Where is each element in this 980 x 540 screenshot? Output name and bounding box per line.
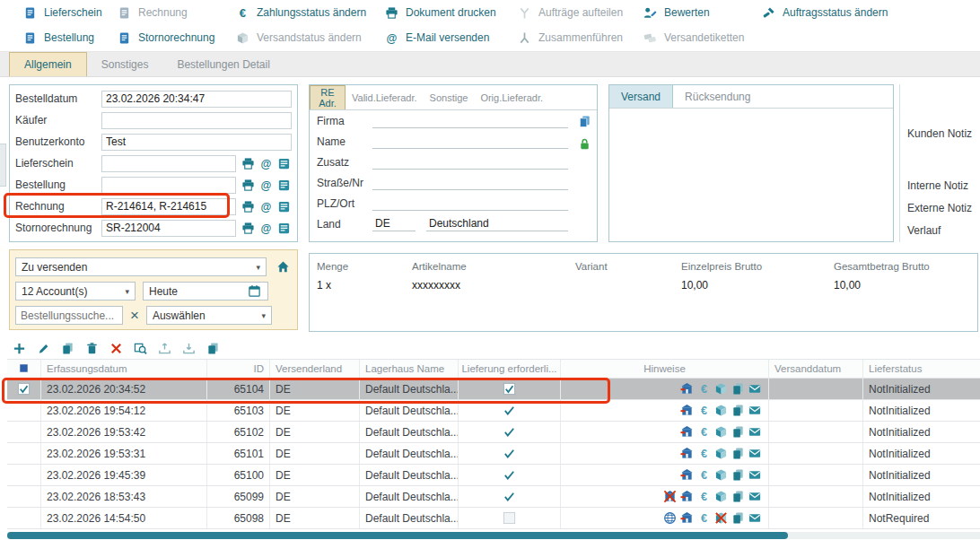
tab-valid-lieferadr[interactable]: Valid.Lieferadr.: [346, 85, 424, 109]
tab-re-adr[interactable]: RE Adr.: [310, 85, 346, 109]
land-code-input[interactable]: [372, 216, 416, 231]
printer-icon[interactable]: [241, 221, 256, 236]
at-icon[interactable]: @: [258, 178, 274, 193]
column-header-lagerhaus[interactable]: Lagerhaus Name: [360, 360, 459, 378]
tab-bestellungen-detail[interactable]: Bestellungen Detail: [162, 52, 284, 76]
sidebar-collapse-handle[interactable]: [0, 144, 6, 187]
delete-button[interactable]: [82, 338, 101, 358]
remove-button[interactable]: [106, 338, 126, 358]
column-header-hinweise[interactable]: Hinweise: [561, 360, 769, 378]
table-row[interactable]: 23.02.2026 19:53:42 65102 DE Default Deu…: [7, 422, 980, 443]
at-icon[interactable]: @: [258, 221, 274, 236]
at-icon[interactable]: @: [258, 156, 274, 171]
toolbar-item-zusammenfuehren[interactable]: Zusammenführen: [517, 30, 643, 46]
scrollbar-thumb[interactable]: [7, 532, 788, 539]
stornorechnung-input[interactable]: [101, 220, 236, 237]
column-header-lieferung[interactable]: Lieferung erforderli...: [459, 360, 561, 378]
copy-button[interactable]: [57, 338, 77, 358]
row-checkbox[interactable]: [17, 490, 31, 504]
select-all-icon[interactable]: [17, 361, 31, 376]
tab-versand[interactable]: Versand: [609, 85, 673, 108]
table-row[interactable]: 23.02.2026 19:53:31 65101 DE Default Deu…: [7, 443, 980, 465]
name-input[interactable]: [372, 134, 568, 149]
home-icon[interactable]: [274, 258, 292, 276]
table-row[interactable]: 23.02.2026 19:54:12 65103 DE Default Deu…: [7, 400, 980, 422]
bestelldatum-input[interactable]: [101, 91, 292, 108]
toolbar-item-auftragsstatus-aendern[interactable]: Auftragsstatus ändern: [761, 5, 980, 21]
toolbar-item-stornorechnung[interactable]: Stornorechnung: [117, 30, 235, 46]
at-icon[interactable]: @: [258, 199, 274, 214]
order-search-input[interactable]: [15, 306, 123, 325]
warehouse-icon: [679, 403, 695, 418]
printer-icon[interactable]: [241, 178, 256, 193]
benutzerkonto-input[interactable]: [101, 134, 292, 151]
clear-search-icon[interactable]: ×: [130, 308, 139, 323]
row-checkbox[interactable]: [17, 382, 31, 396]
column-header-versenderland[interactable]: Versenderland: [270, 360, 360, 378]
duplicate-button[interactable]: [203, 338, 223, 358]
table-row[interactable]: 23.02.2026 20:34:52 65104 DE Default Deu…: [7, 379, 980, 400]
accounts-select[interactable]: 12 Account(s) ▾: [15, 282, 136, 300]
toolbar-item-rechnung[interactable]: Rechnung: [117, 5, 235, 21]
export-icon[interactable]: [276, 199, 292, 214]
toolbar-item-bewerten[interactable]: Bewerten: [643, 5, 761, 21]
edit-button[interactable]: [33, 338, 53, 358]
send-status-select[interactable]: Zu versenden ▾: [15, 257, 267, 276]
externe-notiz-link[interactable]: Externe Notiz: [907, 202, 972, 214]
toolbar-item-lieferschein[interactable]: Lieferschein: [22, 5, 117, 21]
search-grid-button[interactable]: [130, 338, 150, 358]
land-name-input[interactable]: [426, 216, 568, 231]
tab-sonstige-adr[interactable]: Sonstige: [424, 85, 475, 109]
verlauf-link[interactable]: Verlauf: [907, 224, 941, 237]
row-checkbox[interactable]: [17, 511, 31, 526]
column-header-id[interactable]: ID: [207, 360, 270, 378]
row-checkbox[interactable]: [17, 468, 31, 483]
kaeufer-input[interactable]: [101, 112, 292, 129]
tab-sonstiges[interactable]: Sonstiges: [87, 52, 163, 76]
table-row[interactable]: 23.02.2026 14:54:50 65098 DE Default Deu…: [7, 508, 980, 529]
toolbar-item-versandetiketten[interactable]: Versandetiketten: [643, 30, 761, 46]
toolbar-item-dokument-drucken[interactable]: Dokument drucken: [384, 5, 517, 21]
action-select[interactable]: Auswählen ▾: [146, 306, 272, 325]
table-row[interactable]: 23.02.2026 19:45:39 65100 DE Default Deu…: [7, 465, 980, 486]
firma-input[interactable]: [372, 113, 568, 128]
cell-id: 65104: [207, 379, 270, 399]
tab-orig-lieferadr[interactable]: Orig.Lieferadr.: [474, 85, 549, 109]
row-checkbox[interactable]: [17, 404, 31, 418]
toolbar-item-email-versenden[interactable]: @E-Mail versenden: [384, 30, 517, 46]
lock-icon[interactable]: [577, 136, 592, 152]
bestellung-input[interactable]: [101, 177, 236, 194]
calendar-icon[interactable]: [248, 284, 262, 299]
zusatz-input[interactable]: [372, 154, 568, 170]
row-checkbox[interactable]: [17, 425, 31, 440]
rechnung-input[interactable]: [101, 198, 236, 215]
kunden-notiz-link[interactable]: Kunden Notiz: [907, 127, 972, 140]
table-row[interactable]: 23.02.2026 18:53:43 65099 DE Default Deu…: [7, 486, 980, 508]
date-range-field[interactable]: Heute: [143, 282, 268, 300]
export-icon[interactable]: [276, 156, 292, 171]
column-header-erfassungsdatum[interactable]: Erfassungsdatum: [41, 360, 207, 378]
copy-address-icon[interactable]: [577, 114, 592, 129]
download-button[interactable]: [179, 338, 198, 358]
tab-ruecksendung[interactable]: Rücksendung: [673, 85, 762, 108]
toolbar-item-zahlungsstatus-aendern[interactable]: €Zahlungsstatus ändern: [235, 5, 384, 21]
column-header-lieferstatus[interactable]: Lieferstatus: [863, 360, 980, 378]
toolbar-item-versandstatus-aendern[interactable]: Versandstatus ändern: [235, 30, 384, 46]
horizontal-scrollbar[interactable]: [7, 532, 980, 539]
table-toolbar: [9, 337, 223, 359]
add-button[interactable]: [9, 338, 29, 358]
interne-notiz-link[interactable]: Interne Notiz: [907, 179, 968, 192]
printer-icon[interactable]: [241, 199, 256, 214]
export-icon[interactable]: [276, 221, 292, 236]
plz-ort-input[interactable]: [372, 196, 568, 211]
upload-button[interactable]: [154, 338, 174, 358]
column-header-versanddatum[interactable]: Versanddatum: [769, 360, 863, 378]
lieferschein-input[interactable]: [101, 155, 236, 172]
toolbar-item-bestellung[interactable]: Bestellung: [22, 30, 117, 46]
export-icon[interactable]: [276, 178, 292, 193]
strasse-nr-input[interactable]: [372, 175, 568, 190]
toolbar-item-auftraege-aufteilen[interactable]: Aufträge aufteilen: [517, 5, 643, 21]
row-checkbox[interactable]: [17, 447, 31, 461]
printer-icon[interactable]: [241, 156, 256, 171]
tab-allgemein[interactable]: Allgemein: [9, 52, 87, 76]
